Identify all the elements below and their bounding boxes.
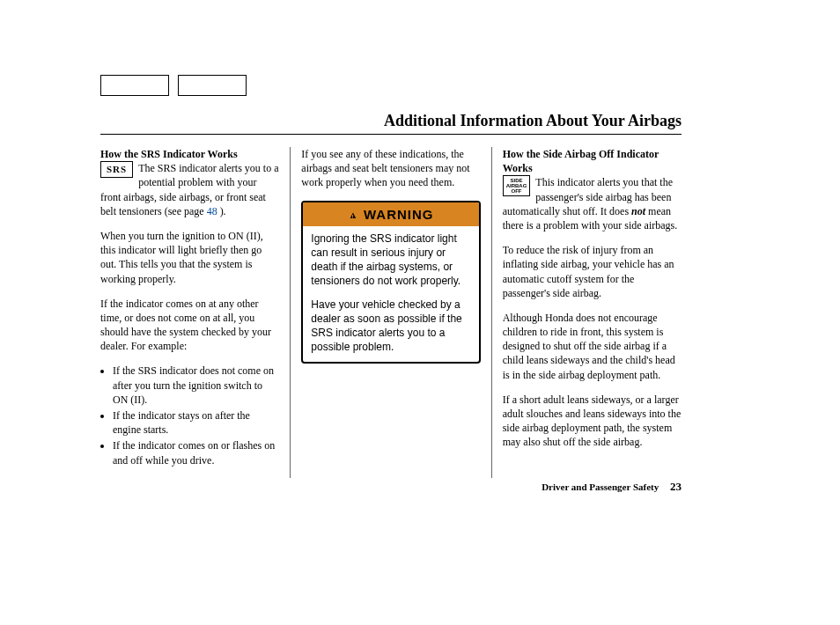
- col1-p2: When you turn the ignition to ON (II), t…: [100, 229, 279, 286]
- warning-p2: Have your vehicle checked by a dealer as…: [311, 298, 470, 355]
- col1-p3: If the indicator comes on at any other t…: [100, 297, 279, 354]
- col3-intro: SIDE AIRBAG OFF This indicator alerts yo…: [503, 175, 682, 232]
- title-rule: [100, 134, 682, 135]
- col1-heading: How the SRS Indicator Works: [100, 147, 279, 161]
- footer-section: Driver and Passenger Safety: [542, 482, 659, 492]
- col3-p3: Although Honda does not encourage childr…: [503, 311, 682, 382]
- columns-container: How the SRS Indicator Works SRS The SRS …: [100, 147, 682, 478]
- page-content: Additional Information About Your Airbag…: [100, 75, 682, 478]
- nav-box-1[interactable]: [100, 75, 169, 96]
- col3-not-word: not: [631, 205, 645, 217]
- col1-bullet-1: If the SRS indicator does not come on af…: [113, 364, 279, 407]
- col1-bullet-3: If the indicator comes on or flashes on …: [113, 438, 279, 467]
- chip-line-3: OFF: [511, 188, 521, 194]
- warning-header: ▲!WARNING: [303, 202, 478, 226]
- warning-triangle-icon: ▲!: [348, 209, 362, 222]
- column-2: If you see any of these indications, the…: [291, 147, 491, 478]
- warning-p1: Ignoring the SRS indicator light can res…: [311, 232, 470, 289]
- col3-p2: To reduce the risk of injury from an inf…: [503, 243, 682, 300]
- col3-heading: How the Side Airbag Off Indicator Works: [503, 147, 682, 175]
- warning-body: Ignoring the SRS indicator light can res…: [303, 226, 478, 363]
- col1-intro: SRS The SRS indicator alerts you to a po…: [100, 161, 279, 218]
- col2-p1: If you see any of these indications, the…: [301, 147, 480, 190]
- side-airbag-off-icon: SIDE AIRBAG OFF: [503, 175, 531, 196]
- col3-p4: If a short adult leans sideways, or a la…: [503, 393, 682, 450]
- page-footer: Driver and Passenger Safety 23: [100, 480, 682, 494]
- column-1: How the SRS Indicator Works SRS The SRS …: [100, 147, 291, 478]
- col1-intro-end: ).: [217, 205, 226, 217]
- page-title: Additional Information About Your Airbag…: [100, 112, 682, 130]
- col1-bullet-2: If the indicator stays on after the engi…: [113, 408, 279, 437]
- warning-box: ▲!WARNING Ignoring the SRS indicator lig…: [301, 201, 480, 364]
- col1-bullet-list: If the SRS indicator does not come on af…: [100, 364, 279, 467]
- srs-indicator-icon: SRS: [100, 161, 133, 178]
- top-nav-boxes: [100, 75, 682, 96]
- footer-page-number: 23: [670, 480, 682, 493]
- nav-box-2[interactable]: [178, 75, 247, 96]
- warning-label: WARNING: [364, 207, 434, 222]
- column-3: How the Side Airbag Off Indicator Works …: [492, 147, 682, 478]
- page-link-48[interactable]: 48: [207, 205, 217, 217]
